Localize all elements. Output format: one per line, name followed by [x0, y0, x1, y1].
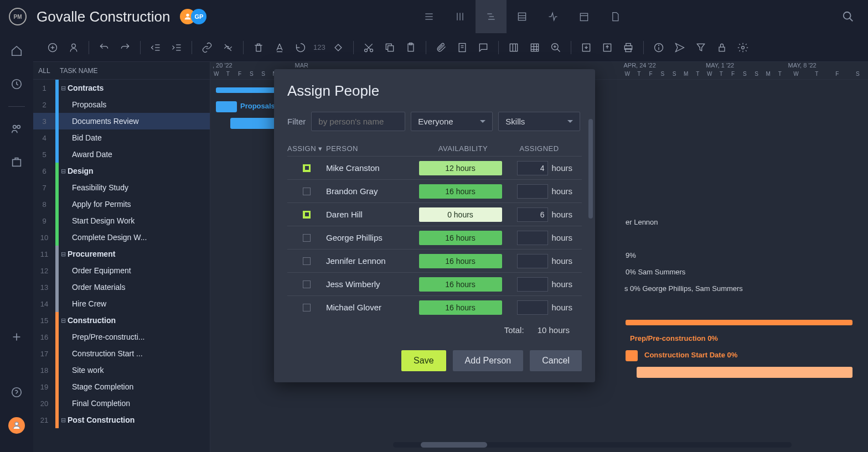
delete-icon[interactable] [249, 38, 268, 57]
th-assigned[interactable]: ASSIGNED [506, 144, 572, 153]
expand-icon[interactable]: ⊟ [59, 317, 68, 324]
modal-scrollbar[interactable] [588, 119, 593, 219]
assigned-hours-input[interactable] [517, 231, 548, 245]
send-icon[interactable] [670, 38, 689, 57]
task-row[interactable]: 20 Final Completion [33, 395, 210, 412]
assigned-hours-input[interactable] [517, 300, 548, 315]
horizontal-scrollbar[interactable] [393, 442, 792, 448]
task-row[interactable]: 17 Construction Start ... [33, 345, 210, 362]
columns-icon[interactable] [504, 38, 523, 57]
task-row[interactable]: 11 ⊟ Procurement [33, 246, 210, 262]
export-icon[interactable] [598, 38, 617, 57]
th-assign[interactable]: ASSIGN ▾ [287, 144, 326, 153]
task-row[interactable]: 4 Bid Date [33, 129, 210, 146]
task-row[interactable]: 5 Award Date [33, 146, 210, 163]
assigned-hours-input[interactable] [517, 277, 548, 292]
filter-icon[interactable] [691, 38, 710, 57]
redo-icon[interactable] [116, 38, 135, 57]
gantt-bar-proposals[interactable] [216, 101, 237, 112]
view-list-icon[interactable] [414, 0, 445, 33]
avatar-2[interactable]: GP [191, 9, 206, 24]
indent-icon[interactable] [167, 38, 186, 57]
nav-portfolio-icon[interactable] [6, 151, 28, 173]
print-icon[interactable] [619, 38, 638, 57]
view-gantt-icon[interactable] [476, 0, 507, 33]
app-logo[interactable]: PM [9, 8, 27, 25]
lock-icon[interactable] [712, 38, 731, 57]
nav-home-icon[interactable] [6, 40, 28, 62]
view-activity-icon[interactable] [538, 0, 569, 33]
zoom-icon[interactable] [546, 38, 565, 57]
gantt-bar-constart[interactable] [626, 350, 638, 361]
task-row[interactable]: 19 Stage Completion [33, 378, 210, 395]
gantt-bar-construction[interactable] [626, 320, 852, 325]
task-row[interactable]: 15 ⊟ Construction [33, 312, 210, 329]
filter-skills-select[interactable]: Skills [498, 112, 580, 131]
grid-icon[interactable] [525, 38, 544, 57]
nav-help-icon[interactable] [6, 381, 28, 403]
nav-recent-icon[interactable] [6, 73, 28, 95]
gantt-bar-sitework[interactable] [637, 367, 852, 378]
milestone-icon[interactable] [329, 38, 348, 57]
task-row[interactable]: 8 Apply for Permits [33, 196, 210, 212]
assign-checkbox[interactable] [287, 188, 326, 195]
assign-person-icon[interactable] [64, 38, 83, 57]
nav-user-avatar[interactable] [6, 414, 28, 437]
attachment-icon[interactable] [432, 38, 451, 57]
task-row[interactable]: 21 ⊟ Post Construction [33, 412, 210, 428]
note-icon[interactable] [453, 38, 472, 57]
assigned-hours-input[interactable] [517, 161, 548, 175]
member-avatars[interactable]: GP [180, 9, 206, 24]
assign-checkbox[interactable] [287, 164, 326, 172]
view-file-icon[interactable] [600, 0, 631, 33]
view-sheet-icon[interactable] [507, 0, 538, 33]
assigned-hours-input[interactable] [517, 207, 548, 222]
assigned-hours-input[interactable] [517, 254, 548, 268]
assign-checkbox[interactable] [287, 304, 326, 311]
assigned-hours-input[interactable] [517, 184, 548, 199]
text-style-icon[interactable] [270, 38, 289, 57]
taskname-column-header[interactable]: TASK NAME [55, 67, 97, 75]
filter-name-input[interactable] [311, 112, 405, 131]
expand-icon[interactable]: ⊟ [59, 417, 68, 424]
task-row[interactable]: 1 ⊟ Contracts [33, 80, 210, 96]
undo-icon[interactable] [95, 38, 113, 57]
link-icon[interactable] [198, 38, 216, 57]
paste-icon[interactable] [401, 38, 420, 57]
expand-icon[interactable]: ⊟ [59, 168, 68, 175]
view-calendar-icon[interactable] [569, 0, 600, 33]
assign-checkbox[interactable] [287, 280, 326, 288]
search-icon[interactable] [837, 11, 859, 23]
task-row[interactable]: 3 Documents Review [33, 113, 210, 129]
task-row[interactable]: 16 Prep/Pre-constructi... [33, 329, 210, 345]
expand-icon[interactable]: ⊟ [59, 85, 68, 92]
expand-icon[interactable]: ⊟ [59, 251, 68, 258]
import-icon[interactable] [577, 38, 596, 57]
task-row[interactable]: 6 ⊟ Design [33, 163, 210, 179]
task-row[interactable]: 13 Order Materials [33, 279, 210, 295]
task-row[interactable]: 2 Proposals [33, 96, 210, 113]
filter-group-select[interactable]: Everyone [411, 112, 493, 131]
view-board-icon[interactable] [445, 0, 476, 33]
save-button[interactable]: Save [401, 350, 446, 371]
cancel-button[interactable]: Cancel [530, 350, 582, 371]
assign-checkbox[interactable] [287, 257, 326, 265]
assign-checkbox[interactable] [287, 211, 326, 219]
copy-icon[interactable] [380, 38, 399, 57]
assign-checkbox[interactable] [287, 234, 326, 242]
outdent-icon[interactable] [146, 38, 165, 57]
th-person[interactable]: PERSON [326, 144, 420, 153]
add-person-button[interactable]: Add Person [453, 350, 524, 371]
task-row[interactable]: 14 Hire Crew [33, 295, 210, 312]
task-row[interactable]: 7 Feasibility Study [33, 179, 210, 196]
nav-add-icon[interactable] [6, 326, 28, 348]
info-icon[interactable] [649, 38, 668, 57]
task-row[interactable]: 18 Site work [33, 362, 210, 378]
task-row[interactable]: 12 Order Equipment [33, 262, 210, 279]
comment-icon[interactable] [474, 38, 493, 57]
add-task-icon[interactable] [43, 38, 62, 57]
reset-icon[interactable] [291, 38, 310, 57]
cut-icon[interactable] [359, 38, 378, 57]
all-column-header[interactable]: ALL [33, 67, 55, 75]
th-availability[interactable]: AVAILABILITY [420, 144, 506, 153]
